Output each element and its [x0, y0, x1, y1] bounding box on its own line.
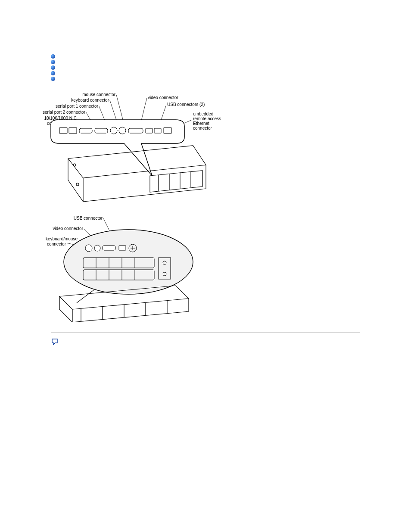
svg-rect-26 [164, 128, 171, 134]
svg-rect-44 [119, 246, 126, 250]
svg-text:embedded
        remote access: embedded remote access Ethernet connecto… [193, 112, 222, 131]
svg-point-42 [94, 245, 100, 251]
svg-text:USB connectors (2): USB connectors (2) [167, 102, 205, 107]
svg-text:keyboard/mouse: keyboard/mouse [46, 236, 78, 241]
figure-b2-illustration: USB connector video connector keyboard/m… [42, 215, 232, 322]
svg-point-22 [119, 127, 126, 134]
svg-rect-24 [146, 128, 153, 133]
svg-text:mouse connector: mouse connector [82, 92, 115, 97]
svg-rect-25 [154, 128, 161, 133]
svg-text:connector: connector [47, 242, 66, 246]
svg-point-41 [85, 245, 92, 252]
note-block [51, 338, 360, 346]
bullet-icon [51, 77, 55, 81]
svg-text:video connector: video connector [53, 226, 83, 231]
svg-text:serial port 1 connector: serial port 1 connector [56, 104, 99, 109]
svg-rect-17 [59, 128, 67, 134]
svg-point-21 [110, 127, 117, 134]
bullet-icon [51, 71, 55, 75]
bullet-icon [51, 65, 55, 70]
svg-text:serial port 2 connector: serial port 2 connector [43, 110, 86, 115]
svg-rect-43 [103, 246, 115, 250]
svg-text:keyboard connector: keyboard connector [71, 98, 109, 103]
svg-rect-23 [128, 128, 143, 133]
svg-point-31 [73, 164, 76, 166]
bullet-icon [51, 60, 55, 64]
svg-rect-19 [79, 128, 92, 133]
table-of-contents [51, 54, 360, 81]
svg-rect-20 [95, 128, 108, 133]
section-divider [51, 333, 360, 333]
note-icon [51, 338, 59, 346]
svg-text:USB connector: USB connector [74, 216, 103, 221]
svg-point-32 [76, 183, 79, 186]
svg-rect-18 [69, 128, 77, 134]
figure-b1-illustration: mouse connector keyboard connector seria… [42, 90, 232, 206]
svg-line-66 [77, 290, 94, 303]
bullet-icon [51, 54, 55, 59]
svg-text:video connector: video connector [148, 95, 178, 100]
